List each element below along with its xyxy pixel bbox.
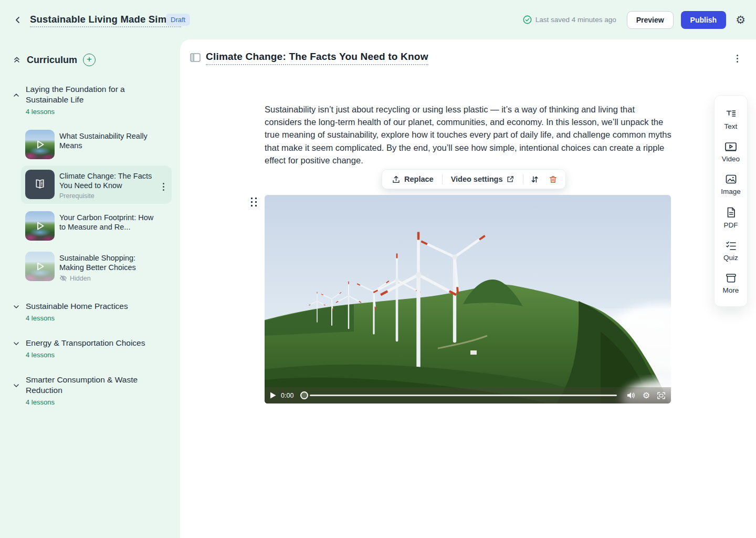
- status-badge: Draft: [166, 14, 190, 26]
- lesson-video-thumbnail: [25, 252, 55, 281]
- sidebar-toggle-icon[interactable]: [190, 53, 201, 62]
- replace-button[interactable]: Replace: [385, 172, 440, 187]
- last-saved-text: Last saved 4 minutes ago: [536, 16, 616, 24]
- video-controls-bar: 0:00 ⚙: [265, 387, 671, 404]
- preview-button[interactable]: Preview: [627, 11, 674, 29]
- lesson-title: Your Carbon Footprint: How to Measure an…: [59, 213, 158, 232]
- sort-arrows-icon: [530, 175, 539, 184]
- publish-button[interactable]: Publish: [681, 11, 727, 29]
- lesson-count: 4 lessons: [26, 108, 154, 116]
- add-section-button[interactable]: +: [83, 54, 96, 66]
- lesson-meta-hidden: Hidden: [70, 275, 91, 282]
- top-header: Sustainable Living Made Simple Draft Las…: [0, 0, 756, 39]
- video-block-icon: [724, 141, 737, 152]
- chevron-down-icon: [13, 382, 20, 389]
- insert-quiz-button[interactable]: Quiz: [715, 235, 747, 267]
- lesson-video-thumbnail: [25, 130, 55, 159]
- lesson-title: Climate Change: The Facts You Need to Kn…: [59, 171, 158, 190]
- lesson-options-menu[interactable]: [161, 181, 166, 193]
- lesson-reading-thumbnail: [25, 170, 55, 199]
- quiz-block-icon: [725, 240, 737, 251]
- back-button[interactable]: [12, 14, 24, 26]
- check-circle-icon: [523, 15, 532, 24]
- lesson-item-3[interactable]: Your Carbon Footprint: How to Measure an…: [25, 211, 172, 241]
- lesson-count: 4 lessons: [26, 351, 145, 359]
- section-header-2[interactable]: Sustainable Home Practices 4 lessons: [0, 301, 180, 322]
- lesson-title: What Sustainability Really Means: [59, 131, 158, 150]
- lesson-meta-prerequisite: Prerequisite: [59, 192, 158, 200]
- play-button[interactable]: [270, 392, 276, 399]
- play-icon: [34, 261, 46, 272]
- insert-more-button[interactable]: More: [715, 267, 747, 300]
- eye-off-icon: [59, 274, 67, 282]
- curriculum-sidebar: Curriculum + Laying the Foundation for a…: [0, 39, 180, 538]
- lesson-page-options-menu[interactable]: [734, 53, 740, 65]
- insert-image-button[interactable]: Image: [715, 169, 747, 201]
- chevron-left-icon: [14, 16, 22, 24]
- image-block-icon: [725, 174, 737, 185]
- video-block-toolbar: Replace Video settings: [382, 169, 566, 189]
- toolbar-divider: [523, 174, 523, 184]
- lesson-count: 4 lessons: [26, 314, 128, 322]
- settings-gear-icon[interactable]: ⚙: [736, 14, 746, 25]
- video-player[interactable]: 0:00 ⚙: [265, 195, 671, 404]
- open-book-icon: [33, 178, 47, 191]
- insert-pdf-button[interactable]: PDF: [715, 201, 747, 235]
- collapse-all-icon[interactable]: [13, 56, 21, 64]
- video-settings-gear-icon[interactable]: ⚙: [643, 391, 650, 400]
- lesson-item-1[interactable]: What Sustainability Really Means: [25, 130, 172, 159]
- video-timestamp: 0:00: [281, 392, 296, 399]
- video-settings-button[interactable]: Video settings: [445, 172, 521, 187]
- chevron-down-icon: [13, 303, 20, 311]
- section-header-3[interactable]: Energy & Transportation Choices 4 lesson…: [0, 338, 180, 359]
- lesson-editor-panel: Climate Change: The Facts You Need to Kn…: [180, 39, 756, 538]
- lesson-video-thumbnail: [25, 211, 55, 241]
- insert-block-panel: Text Video Image PDF Quiz More: [714, 95, 748, 307]
- chevron-down-icon: [13, 340, 20, 347]
- section-title: Laying the Foundation for a Sustainable …: [26, 84, 154, 105]
- video-frame-wind-turbines: [265, 195, 671, 404]
- video-scrubber-knob[interactable]: [300, 391, 308, 399]
- section-header-1[interactable]: Laying the Foundation for a Sustainable …: [0, 84, 180, 116]
- insert-text-button[interactable]: Text: [715, 103, 747, 136]
- lesson-intro-paragraph[interactable]: Sustainability isn’t just about recyclin…: [265, 103, 672, 167]
- course-title[interactable]: Sustainable Living Made Simple: [30, 14, 181, 27]
- insert-video-button[interactable]: Video: [715, 136, 747, 169]
- upload-icon: [392, 175, 401, 184]
- play-icon: [34, 220, 46, 232]
- more-blocks-icon: [725, 273, 737, 284]
- video-progress-track[interactable]: [310, 395, 617, 396]
- lesson-title: Sustainable Shopping: Making Better Choi…: [59, 253, 158, 272]
- section-header-4[interactable]: Smarter Consumption & Waste Reduction 4 …: [0, 375, 180, 406]
- lesson-count: 4 lessons: [26, 398, 154, 406]
- toolbar-divider: [442, 174, 443, 184]
- text-block-icon: [725, 108, 737, 120]
- lesson-page-title[interactable]: Climate Change: The Facts You Need to Kn…: [206, 51, 428, 65]
- section-title: Smarter Consumption & Waste Reduction: [26, 375, 154, 396]
- external-link-icon: [506, 175, 514, 183]
- block-drag-handle[interactable]: [251, 198, 257, 206]
- play-icon: [34, 139, 46, 150]
- lesson-item-2-selected[interactable]: Climate Change: The Facts You Need to Kn…: [21, 165, 172, 204]
- delete-block-button[interactable]: [544, 172, 562, 187]
- section-title: Sustainable Home Practices: [26, 301, 128, 312]
- move-reorder-button[interactable]: [526, 172, 544, 187]
- curriculum-heading: Curriculum: [27, 55, 77, 66]
- pdf-block-icon: [726, 206, 737, 219]
- last-saved-status: Last saved 4 minutes ago: [523, 15, 616, 24]
- fullscreen-icon[interactable]: [657, 391, 666, 400]
- trash-icon: [549, 175, 558, 184]
- lesson-item-4-hidden[interactable]: Sustainable Shopping: Making Better Choi…: [25, 252, 172, 282]
- section-title: Energy & Transportation Choices: [26, 338, 145, 348]
- chevron-up-icon: [13, 91, 20, 99]
- volume-icon[interactable]: [627, 391, 636, 399]
